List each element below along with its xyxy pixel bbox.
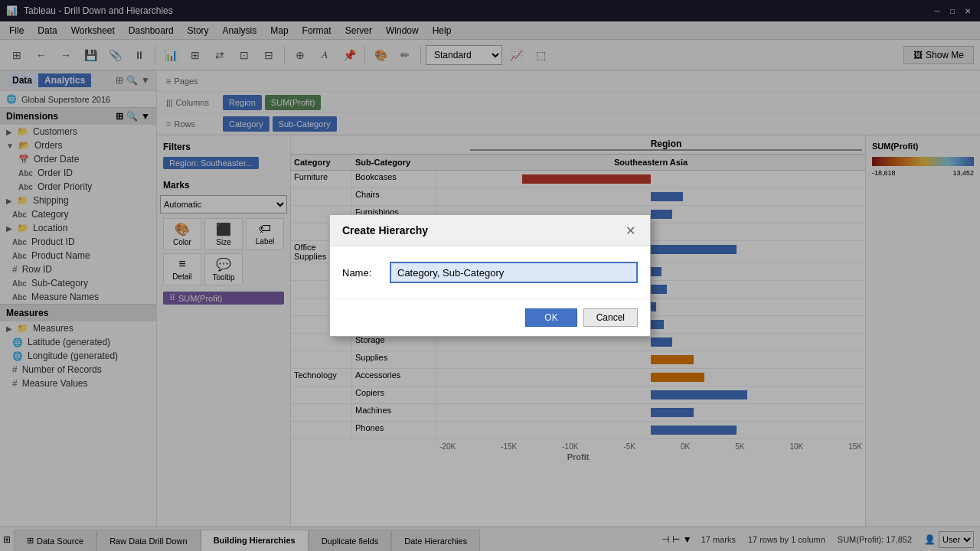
modal-ok-button[interactable]: OK xyxy=(525,308,577,327)
create-hierarchy-modal: Create Hierarchy ✕ Name: OK Cancel xyxy=(329,214,651,337)
modal-body: Name: xyxy=(330,246,650,298)
modal-name-label: Name: xyxy=(342,267,381,279)
modal-name-input[interactable] xyxy=(390,262,638,283)
modal-close-button[interactable]: ✕ xyxy=(622,223,638,238)
modal-title: Create Hierarchy xyxy=(342,224,428,236)
modal-header: Create Hierarchy ✕ xyxy=(330,215,650,246)
modal-cancel-button[interactable]: Cancel xyxy=(583,308,638,327)
modal-overlay[interactable]: Create Hierarchy ✕ Name: OK Cancel xyxy=(0,0,980,551)
modal-footer: OK Cancel xyxy=(330,298,650,336)
